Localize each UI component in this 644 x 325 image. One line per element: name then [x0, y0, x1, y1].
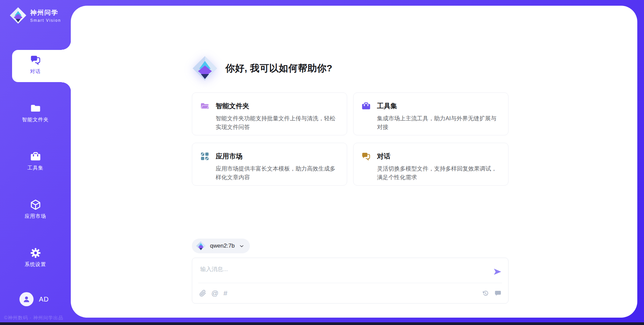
card-title: 应用市场 [216, 152, 243, 161]
sidebar: 神州问学 Smart Vision 对话 智能文件夹 [0, 0, 71, 325]
person-icon [22, 295, 31, 304]
copyright-footer: ©神州数码 · 神州问学出品 [4, 315, 63, 321]
active-tab-background [12, 50, 71, 82]
main-panel: 你好, 我可以如何帮助你? 智能文件夹 智能文件夹功能支持批量文件上传与清洗，轻… [71, 6, 637, 318]
sidebar-item-label: 系统设置 [0, 261, 71, 268]
brand-logo: 神州问学 Smart Vision [9, 7, 61, 24]
folder-icon [30, 103, 41, 114]
sidebar-item-chat[interactable]: 对话 [0, 50, 71, 82]
paperclip-icon[interactable] [199, 289, 206, 297]
user-account[interactable]: AD [19, 292, 49, 306]
sidebar-item-label: 工具集 [0, 165, 71, 171]
card-description: 灵活切换多模型文件，支持多样回复效果调试，满足个性化需求 [377, 165, 500, 182]
brand-subtitle: Smart Vision [30, 18, 61, 23]
apps-icon [200, 152, 209, 161]
content-column: 你好, 我可以如何帮助你? 智能文件夹 智能文件夹功能支持批量文件上传与清洗，轻… [192, 6, 508, 318]
card-description: 集成市场上主流工具，助力AI与外界无缝扩展与对接 [377, 114, 500, 132]
avatar [19, 292, 34, 306]
send-button[interactable] [493, 267, 502, 276]
gear-icon [30, 248, 41, 258]
sidebar-item-smart-folder[interactable]: 智能文件夹 [0, 98, 71, 130]
chat-bubbles-icon [30, 55, 41, 65]
model-name: qwen2:7b [210, 243, 235, 249]
cube-icon [30, 199, 41, 210]
toolbox-icon [30, 151, 41, 162]
toolbox-icon [362, 102, 371, 111]
bottom-strip [0, 322, 644, 325]
message-composer: @ # [192, 258, 508, 304]
card-title: 智能文件夹 [216, 102, 249, 111]
sidebar-item-label: 应用市场 [0, 213, 71, 219]
card-smart-folder[interactable]: 智能文件夹 智能文件夹功能支持批量文件上传与清洗，轻松实现文件问答 [192, 92, 347, 135]
card-title: 对话 [377, 152, 390, 161]
greeting: 你好, 我可以如何帮助你? [192, 55, 332, 81]
brand-name: 神州问学 [30, 8, 61, 17]
diamond-logo-icon [196, 241, 206, 251]
diamond-logo-icon [192, 55, 218, 81]
send-icon [493, 267, 502, 276]
at-icon[interactable]: @ [211, 289, 218, 297]
feedback-icon[interactable] [494, 289, 501, 297]
sidebar-item-toolset[interactable]: 工具集 [0, 146, 71, 179]
history-icon[interactable] [482, 289, 489, 297]
sidebar-item-label: 对话 [0, 68, 71, 75]
user-initials: AD [39, 296, 49, 303]
card-description: 智能文件夹功能支持批量文件上传与清洗，轻松实现文件问答 [216, 114, 339, 132]
card-chat[interactable]: 对话 灵活切换多模型文件，支持多样回复效果调试，满足个性化需求 [353, 143, 508, 186]
folder-icon [200, 102, 209, 111]
diamond-logo-icon [9, 7, 27, 24]
card-title: 工具集 [377, 102, 397, 111]
app-window: 神州问学 Smart Vision 对话 智能文件夹 [0, 0, 644, 325]
greeting-text: 你好, 我可以如何帮助你? [225, 62, 332, 75]
sidebar-item-app-market[interactable]: 应用市场 [0, 195, 71, 227]
sidebar-item-label: 智能文件夹 [0, 117, 71, 123]
card-app-market[interactable]: 应用市场 应用市场提供丰富长文本模板，助力高效生成多样化文章内容 [192, 143, 347, 186]
hash-icon[interactable]: # [223, 289, 227, 297]
card-toolset[interactable]: 工具集 集成市场上主流工具，助力AI与外界无缝扩展与对接 [353, 92, 508, 135]
feature-cards: 智能文件夹 智能文件夹功能支持批量文件上传与清洗，轻松实现文件问答 工具集 [192, 92, 508, 186]
model-selector[interactable]: qwen2:7b [192, 239, 250, 253]
composer-toolbar: @ # [192, 283, 508, 303]
sidebar-item-settings[interactable]: 系统设置 [0, 243, 71, 275]
message-input[interactable] [192, 258, 508, 282]
card-description: 应用市场提供丰富长文本模板，助力高效生成多样化文章内容 [216, 165, 339, 182]
chevron-down-icon [239, 243, 245, 249]
chat-bubbles-icon [362, 152, 371, 161]
